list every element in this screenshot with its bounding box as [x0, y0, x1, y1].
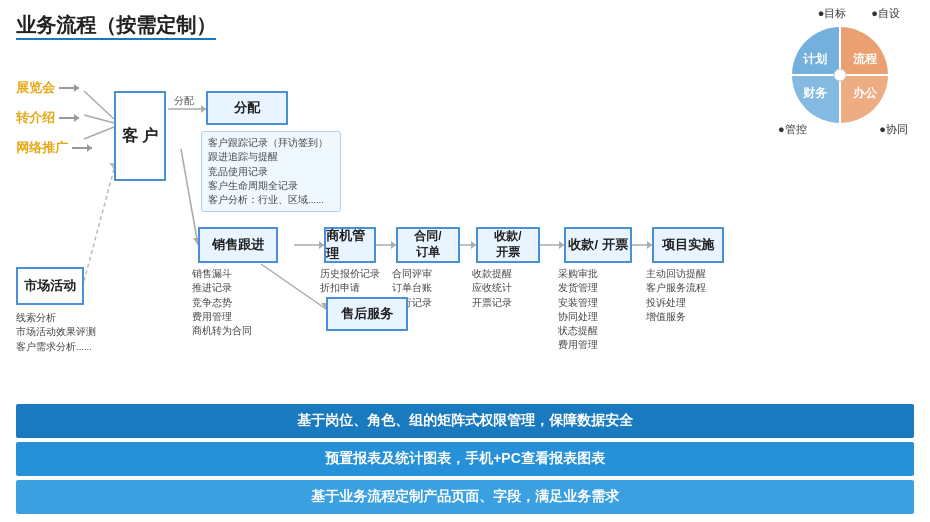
sales-follow-notes: 客户跟踪记录（拜访签到） 跟进追踪与提醒 竞品使用记录 客户生命周期全记录 客户… — [201, 131, 341, 212]
contract-box: 合同/订单 — [396, 227, 460, 263]
source-wangluo: 网络推广 — [16, 139, 92, 157]
quote-notes: 历史报价记录 折扣申请 — [320, 267, 396, 296]
svg-text:●目标: ●目标 — [818, 7, 847, 19]
banner-3: 基于业务流程定制产品页面、字段，满足业务需求 — [16, 480, 914, 514]
pie-chart-area: ●目标 ●自设 ●管控 ●协同 计划 流程 财务 办公 — [760, 5, 920, 145]
svg-text:●自设: ●自设 — [871, 7, 900, 19]
source-zhuanjie: 转介绍 — [16, 109, 92, 127]
market-box: 市场活动 — [16, 267, 84, 305]
project-box: 收款/ 开票 — [564, 227, 632, 263]
flow-diagram: 展览会 转介绍 网络推广 市场活动 — [16, 49, 766, 359]
market-notes: 线索分析 市场活动效果评测 客户需求分析...... — [16, 311, 112, 354]
banner-2: 预置报表及统计图表，手机+PC查看报表图表 — [16, 442, 914, 476]
svg-line-16 — [181, 149, 198, 245]
aftersale-box: 项目实施 — [652, 227, 724, 263]
customer-box: 客 户 — [114, 91, 166, 181]
opportunity-box: 销售跟进 — [198, 227, 278, 263]
market-box-container: 市场活动 — [16, 267, 84, 305]
bottom-banners: 基于岗位、角色、组的矩阵式权限管理，保障数据安全 预置报表及统计图表，手机+PC… — [16, 404, 914, 514]
forecast-box: 售后服务 — [326, 297, 408, 331]
source-labels: 展览会 转介绍 网络推广 — [16, 79, 92, 157]
svg-text:计划: 计划 — [803, 52, 827, 66]
svg-text:财务: 财务 — [802, 86, 828, 100]
svg-text:办公: 办公 — [852, 86, 878, 100]
svg-text:流程: 流程 — [853, 52, 878, 66]
aftersale-notes: 主动回访提醒 客户服务流程 投诉处理 增值服务 — [646, 267, 738, 324]
svg-text:●协同: ●协同 — [879, 123, 908, 135]
payment-notes: 收款提醒 应收统计 开票记录 — [472, 267, 550, 310]
main-container: 业务流程（按需定制） ●目标 ●自设 ●管控 ●协同 计划 流程 — [0, 0, 930, 522]
quote-box: 商机管理 — [324, 227, 376, 263]
project-notes: 采购审批 发货管理 安装管理 协同处理 状态提醒 费用管理 — [558, 267, 644, 353]
svg-line-14 — [84, 169, 114, 281]
source-zhanlan: 展览会 — [16, 79, 92, 97]
opportunity-notes: 销售漏斗 推进记录 竞争态势 费用管理 商机转为合同 — [192, 267, 282, 338]
svg-text:●管控: ●管控 — [778, 123, 807, 135]
banner-1: 基于岗位、角色、组的矩阵式权限管理，保障数据安全 — [16, 404, 914, 438]
svg-text:分配: 分配 — [174, 95, 194, 106]
payment-box: 收款/开票 — [476, 227, 540, 263]
svg-point-6 — [834, 69, 846, 81]
sales-follow-box: 分配 — [206, 91, 288, 125]
